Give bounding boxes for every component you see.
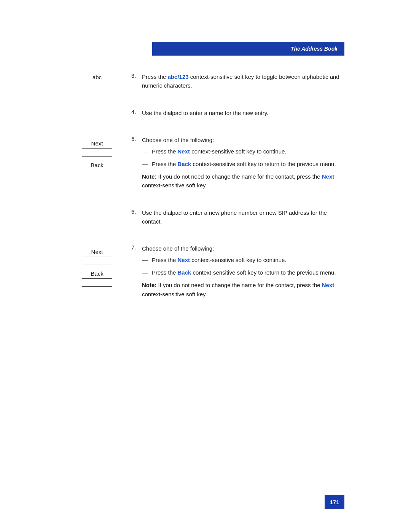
step-row-7: 7. Choose one of the following: — Press … [131,244,344,299]
header-title: The Address Book [291,46,338,52]
step-body-6: Use the dialpad to enter a new phone num… [142,208,344,226]
back-label-7: Back [91,270,103,277]
bullet-7-2: — Press the Back context-sensitive soft … [142,268,344,277]
step-row-5: 5. Choose one of the following: — Press … [131,136,344,190]
note-5: Note: If you do not need to change the n… [142,172,344,190]
next-label-7: Next [91,249,103,255]
bullet-text-7-2: Press the Back context-sensitive soft ke… [152,268,336,277]
next-link-note-5: Next [322,173,335,180]
note-7: Note: If you do not need to change the n… [142,281,344,299]
bullet-list-5: — Press the Next context-sensitive soft … [142,147,344,168]
step-row-6: 6. Use the dialpad to enter a new phone … [131,208,344,226]
bullet-list-7: — Press the Next context-sensitive soft … [142,256,344,277]
abc-label: abc [92,74,102,80]
content-area: abc 3. Press the abc/123 context-sensiti… [67,72,344,486]
bullet-5-1: — Press the Next context-sensitive soft … [142,147,344,156]
left-panel-5: Next Back [67,136,127,193]
page-footer: 171 [325,495,344,509]
right-panel-7: 7. Choose one of the following: — Press … [127,244,344,302]
next-link-7-1: Next [178,257,190,263]
soft-key-back-5 [82,170,112,178]
right-panel-4: 4. Use the dialpad to enter a name for t… [127,109,344,120]
page-header: The Address Book [152,42,344,56]
step-row-4: 4. Use the dialpad to enter a name for t… [131,109,344,117]
soft-key-back-7 [82,278,112,287]
back-label-5: Back [91,162,103,168]
step-content-7: Choose one of the following: — Press the… [142,244,344,299]
step-row-3: 3. Press the abc/123 context-sensitive s… [131,72,344,90]
section-3: abc 3. Press the abc/123 context-sensiti… [67,72,344,93]
bullet-5-2: — Press the Back context-sensitive soft … [142,160,344,169]
step-number-4: 4. [131,109,139,117]
bullet-text-5-1: Press the Next context-sensitive soft ke… [152,147,287,156]
left-panel-7: Next Back [67,244,127,302]
next-link-note-7: Next [322,282,335,288]
left-panel-6 [67,208,127,229]
step-number-6: 6. [131,208,139,226]
bullet-text-5-2: Press the Back context-sensitive soft ke… [152,160,336,169]
step-intro-5: Choose one of the following: [142,137,214,143]
section-4: 4. Use the dialpad to enter a name for t… [67,109,344,120]
next-label-5: Next [91,140,103,147]
left-panel-3: abc [67,72,127,93]
step-body-4: Use the dialpad to enter a name for the … [142,109,268,117]
step-body-3: Press the abc/123 context-sensitive soft… [142,72,344,90]
right-panel-5: 5. Choose one of the following: — Press … [127,136,344,193]
left-panel-4 [67,109,127,120]
soft-key-box-abc [82,82,112,90]
step-number-5: 5. [131,136,139,190]
note-label-5: Note: [142,173,156,180]
dash-5-2: — [142,160,149,169]
bullet-7-1: — Press the Next context-sensitive soft … [142,256,344,265]
back-link-5-2: Back [178,161,191,167]
back-link-7-2: Back [178,269,191,276]
step-intro-7: Choose one of the following: [142,245,214,252]
note-label-7: Note: [142,282,156,288]
dash-7-1: — [142,256,149,265]
right-panel-6: 6. Use the dialpad to enter a new phone … [127,208,344,229]
step-content-5: Choose one of the following: — Press the… [142,136,344,190]
dash-7-2: — [142,268,149,277]
soft-key-next-5 [82,148,112,157]
page-number: 171 [325,495,344,509]
next-link-5-1: Next [178,148,190,155]
section-5: Next Back 5. Choose one of the following… [67,136,344,193]
step-number-7: 7. [131,244,139,299]
step-number-3: 3. [131,72,139,90]
soft-key-next-7 [82,257,112,265]
abc123-link: abc/123 [168,73,189,80]
section-7: Next Back 7. Choose one of the following… [67,244,344,302]
bullet-text-7-1: Press the Next context-sensitive soft ke… [152,256,287,265]
dash-5-1: — [142,147,149,156]
section-6: 6. Use the dialpad to enter a new phone … [67,208,344,229]
right-panel-3: 3. Press the abc/123 context-sensitive s… [127,72,344,93]
